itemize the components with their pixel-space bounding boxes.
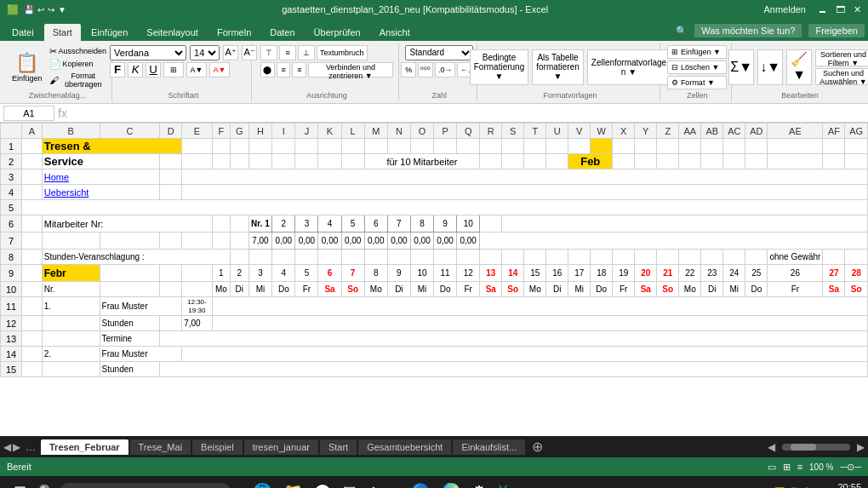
cell-W8[interactable] <box>591 250 613 265</box>
row-4-header[interactable]: 4 <box>1 185 22 200</box>
font-grow-btn[interactable]: A⁺ <box>223 45 238 60</box>
row-2-header[interactable]: 2 <box>1 154 22 169</box>
cell-D12[interactable] <box>160 316 182 331</box>
cut-btn[interactable]: ✂ Ausschneiden <box>49 46 107 57</box>
cell-AG8[interactable] <box>845 250 868 265</box>
format-cells-btn[interactable]: ⚙ Format ▼ <box>667 76 727 89</box>
cell-M6[interactable]: 6 <box>364 215 387 233</box>
cell-F1[interactable] <box>212 139 231 154</box>
cell-AG1[interactable] <box>845 139 868 154</box>
cell-V1[interactable] <box>568 139 591 154</box>
col-Y[interactable]: Y <box>635 123 657 139</box>
cell-Z10[interactable]: So <box>657 282 679 297</box>
cell-AB8[interactable] <box>701 250 723 265</box>
cell-S9[interactable]: 14 <box>502 265 524 282</box>
cell-B8[interactable]: Stunden-Veranschlagung : <box>42 250 230 265</box>
dropbox-icon[interactable]: ◇ <box>364 480 383 488</box>
cell-G10[interactable]: Di <box>231 282 249 297</box>
wrap-text-btn[interactable]: Textumbruch <box>317 45 368 60</box>
col-W[interactable]: W <box>591 123 613 139</box>
cell-H2[interactable] <box>248 154 272 169</box>
col-P[interactable]: P <box>434 123 457 139</box>
cell-T10[interactable]: Mo <box>524 282 546 297</box>
cell-M8[interactable] <box>364 250 387 265</box>
cell-J6[interactable]: 3 <box>295 215 318 233</box>
cell-Y2[interactable] <box>635 154 657 169</box>
cell-C12[interactable]: Stunden <box>100 316 160 331</box>
cell-P7[interactable]: 0,00 <box>434 233 457 250</box>
cell-AE2[interactable] <box>768 154 823 169</box>
col-AD[interactable]: AD <box>745 123 768 139</box>
cell-A8[interactable] <box>22 250 43 265</box>
cell-W9[interactable]: 18 <box>591 265 613 282</box>
cell-AD10[interactable]: Do <box>745 282 768 297</box>
cell-AF2[interactable] <box>823 154 845 169</box>
row-7-header[interactable]: 7 <box>1 233 22 250</box>
cell-A15[interactable] <box>22 362 43 377</box>
cell-E1[interactable] <box>182 139 212 154</box>
cell-Z1[interactable] <box>657 139 679 154</box>
cell-Q1[interactable] <box>457 139 480 154</box>
cell-B6[interactable]: Mitarbeiter Nr: <box>42 215 212 233</box>
scroll-right-content-icon[interactable]: ▶ <box>857 441 865 453</box>
zoom-slider[interactable]: ─⊙─ <box>840 462 861 473</box>
bold-btn[interactable]: F <box>110 62 125 78</box>
tab-ansicht[interactable]: Ansicht <box>371 24 419 41</box>
row-9-header[interactable]: 9 <box>1 265 22 282</box>
col-AC[interactable]: AC <box>723 123 745 139</box>
cell-V2[interactable]: Feb <box>568 154 613 169</box>
cell-E11[interactable]: 12:30-19:30 <box>182 297 212 316</box>
cell-AC10[interactable]: Mi <box>723 282 745 297</box>
cell-rest-11[interactable] <box>212 297 867 316</box>
cell-AD9[interactable]: 25 <box>745 265 768 282</box>
border-btn[interactable]: ⊞ <box>163 62 184 78</box>
align-right-btn[interactable]: ≡ <box>292 62 306 78</box>
cell-G6[interactable] <box>231 215 249 233</box>
cell-T1[interactable] <box>524 139 546 154</box>
cell-rest-14[interactable] <box>182 347 868 362</box>
cell-L10[interactable]: So <box>341 282 364 297</box>
inc-decimal-btn[interactable]: .0→ <box>435 62 455 78</box>
cell-AA2[interactable] <box>679 154 701 169</box>
delete-cells-btn[interactable]: ⊟ Löschen ▼ <box>667 60 727 74</box>
tab-seitenlayout[interactable]: Seitenlayout <box>138 24 207 41</box>
add-sheet-btn[interactable]: ⊕ <box>527 439 548 455</box>
row-3-header[interactable]: 3 <box>1 169 22 185</box>
col-B[interactable]: B <box>42 123 100 139</box>
row-14-header[interactable]: 14 <box>1 347 22 362</box>
cell-V9[interactable]: 17 <box>568 265 591 282</box>
cell-U9[interactable]: 16 <box>546 265 568 282</box>
align-center-btn[interactable]: ≡ <box>277 62 291 78</box>
cell-AC9[interactable]: 24 <box>723 265 745 282</box>
cell-Q8[interactable] <box>457 250 480 265</box>
cell-AD8[interactable] <box>745 250 768 265</box>
col-A[interactable]: A <box>22 123 43 139</box>
cell-C9[interactable] <box>100 265 160 282</box>
cell-G2[interactable] <box>231 154 249 169</box>
login-btn[interactable]: Anmelden <box>763 4 806 14</box>
copy-btn[interactable]: 📄 Kopieren <box>49 59 107 70</box>
minimize-btn[interactable]: 🗕 <box>818 4 827 14</box>
cell-J7[interactable]: 0,00 <box>295 233 318 250</box>
merge-center-btn[interactable]: Verbinden und zentrieren ▼ <box>308 62 393 78</box>
sheet-tab-beispiel[interactable]: Beispiel <box>192 439 243 455</box>
cell-C10[interactable] <box>100 282 160 297</box>
tab-datei[interactable]: Datei <box>3 24 43 41</box>
fill-color-btn[interactable]: A▼ <box>186 62 207 78</box>
cell-P1[interactable] <box>434 139 457 154</box>
cell-rest-15[interactable] <box>160 362 868 377</box>
col-U[interactable]: U <box>546 123 568 139</box>
scroll-left-content-icon[interactable]: ◀ <box>768 441 775 453</box>
undo-icon[interactable]: ↩ <box>37 5 44 14</box>
col-J[interactable]: J <box>295 123 318 139</box>
cell-B1[interactable]: Tresen & <box>42 139 181 154</box>
insert-cells-btn[interactable]: ⊞ Einfügen ▼ <box>667 45 727 59</box>
col-V[interactable]: V <box>568 123 591 139</box>
cell-C14[interactable]: Frau Muster <box>100 347 182 362</box>
cell-P9[interactable]: 11 <box>434 265 457 282</box>
name-box[interactable] <box>3 106 54 121</box>
cell-Q9[interactable]: 12 <box>457 265 480 282</box>
cell-C13[interactable]: Termine <box>100 331 160 347</box>
align-top-btn[interactable]: ⊤ <box>260 45 277 60</box>
row-5-header[interactable]: 5 <box>1 200 22 215</box>
